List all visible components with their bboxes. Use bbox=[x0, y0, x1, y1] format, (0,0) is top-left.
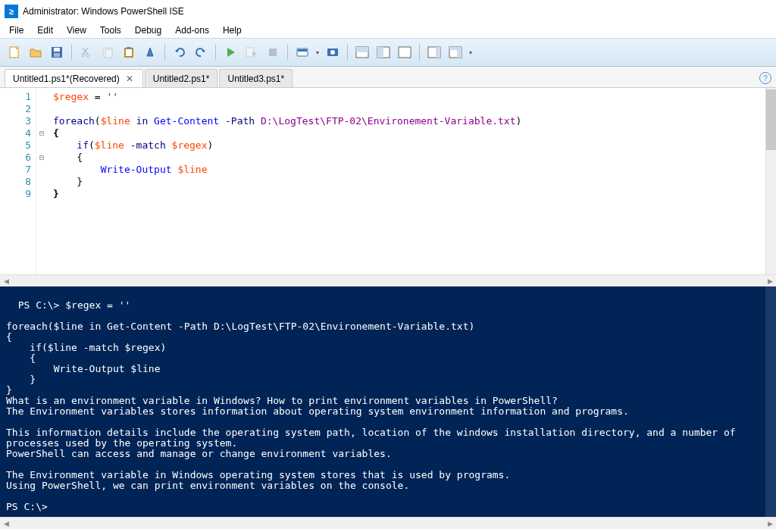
svg-rect-20 bbox=[377, 47, 383, 58]
scroll-right-icon[interactable]: ▶ bbox=[764, 275, 776, 287]
window-title: Administrator: Windows PowerShell ISE bbox=[23, 6, 184, 17]
code-area[interactable]: $regex = '' foreach($line in Get-Content… bbox=[47, 88, 776, 274]
svg-rect-25 bbox=[449, 47, 462, 50]
tab-label: Untitled2.ps1* bbox=[153, 74, 210, 84]
powershell-icon: ≥ bbox=[5, 5, 18, 18]
line-number-gutter: 1 2 3 4 5 6 7 8 9 bbox=[0, 88, 36, 274]
menu-debug[interactable]: Debug bbox=[129, 23, 167, 37]
menubar: File Edit View Tools Debug Add-ons Help bbox=[0, 23, 776, 38]
undo-button[interactable] bbox=[170, 42, 189, 62]
scroll-left-icon[interactable]: ◀ bbox=[0, 275, 12, 287]
stop-button[interactable] bbox=[263, 42, 283, 62]
open-file-button[interactable] bbox=[26, 42, 45, 62]
console-output: PS C:\> $regex = '' foreach($line in Get… bbox=[6, 299, 742, 512]
menu-edit[interactable]: Edit bbox=[31, 23, 59, 37]
svg-rect-21 bbox=[399, 47, 411, 58]
svg-rect-12 bbox=[269, 49, 277, 56]
tabbar: Untitled1.ps1*(Recovered) ✕ Untitled2.ps… bbox=[0, 67, 776, 88]
svg-rect-23 bbox=[436, 47, 440, 58]
menu-tools[interactable]: Tools bbox=[94, 23, 127, 37]
script-editor[interactable]: 1 2 3 4 5 6 7 8 9 ⊟ ⊟ $regex = '' foreac… bbox=[0, 88, 776, 274]
tab-untitled2[interactable]: Untitled2.ps1* bbox=[145, 69, 218, 87]
menu-help[interactable]: Help bbox=[217, 23, 248, 37]
layout-3-button[interactable] bbox=[395, 42, 415, 62]
titlebar: ≥ Administrator: Windows PowerShell ISE bbox=[0, 0, 776, 23]
tab-untitled1[interactable]: Untitled1.ps1*(Recovered) ✕ bbox=[5, 69, 143, 87]
svg-rect-14 bbox=[298, 49, 307, 52]
menu-addons[interactable]: Add-ons bbox=[169, 23, 215, 37]
show-command-dropdown[interactable]: ▾ bbox=[467, 49, 474, 56]
tab-untitled3[interactable]: Untitled3.ps1* bbox=[219, 69, 293, 87]
show-command-button[interactable] bbox=[446, 42, 465, 62]
svg-rect-9 bbox=[126, 49, 132, 56]
menu-file[interactable]: File bbox=[3, 23, 30, 37]
toolbar-separator bbox=[419, 44, 420, 61]
console-vertical-scrollbar[interactable] bbox=[765, 286, 776, 517]
copy-button[interactable] bbox=[98, 42, 117, 62]
show-command-addon-button[interactable] bbox=[424, 42, 444, 62]
scroll-left-icon[interactable]: ◀ bbox=[0, 518, 12, 530]
redo-button[interactable] bbox=[191, 42, 211, 62]
fold-column[interactable]: ⊟ ⊟ bbox=[36, 88, 47, 274]
toolbar-separator bbox=[215, 44, 216, 61]
toolbar-separator bbox=[347, 44, 348, 61]
paste-button[interactable] bbox=[119, 42, 139, 62]
editor-horizontal-scrollbar[interactable]: ◀ ▶ bbox=[0, 274, 776, 286]
svg-rect-3 bbox=[54, 53, 60, 57]
run-selection-button[interactable] bbox=[242, 42, 261, 62]
svg-rect-7 bbox=[105, 49, 112, 58]
svg-rect-2 bbox=[54, 48, 60, 52]
new-remote-tab-button[interactable] bbox=[293, 42, 312, 62]
toolbar-separator bbox=[287, 44, 288, 61]
start-remote-button[interactable] bbox=[323, 42, 343, 62]
new-file-button[interactable] bbox=[5, 42, 24, 62]
toolbar-separator bbox=[164, 44, 165, 61]
menu-view[interactable]: View bbox=[61, 23, 92, 37]
editor-vertical-scrollbar[interactable] bbox=[765, 88, 776, 274]
close-tab-icon[interactable]: ✕ bbox=[124, 74, 135, 84]
remote-dropdown[interactable]: ▾ bbox=[314, 49, 321, 56]
cut-button[interactable] bbox=[77, 42, 96, 62]
tab-label: Untitled1.ps1*(Recovered) bbox=[13, 74, 120, 84]
console-horizontal-scrollbar[interactable]: ◀ ▶ bbox=[0, 517, 776, 529]
toolbar-separator bbox=[71, 44, 72, 61]
svg-rect-26 bbox=[457, 50, 462, 58]
run-button[interactable] bbox=[221, 42, 240, 62]
layout-2-button[interactable] bbox=[374, 42, 393, 62]
help-icon[interactable]: ? bbox=[759, 72, 771, 84]
toolbar: ▾ ▾ bbox=[0, 38, 776, 67]
tab-label: Untitled3.ps1* bbox=[227, 74, 284, 84]
scroll-right-icon[interactable]: ▶ bbox=[764, 518, 776, 530]
svg-point-16 bbox=[330, 50, 335, 55]
save-button[interactable] bbox=[47, 42, 67, 62]
svg-rect-10 bbox=[127, 47, 131, 49]
svg-rect-18 bbox=[356, 47, 368, 52]
clear-button[interactable] bbox=[140, 42, 160, 62]
console-pane[interactable]: PS C:\> $regex = '' foreach($line in Get… bbox=[0, 286, 776, 517]
layout-1-button[interactable] bbox=[352, 42, 372, 62]
